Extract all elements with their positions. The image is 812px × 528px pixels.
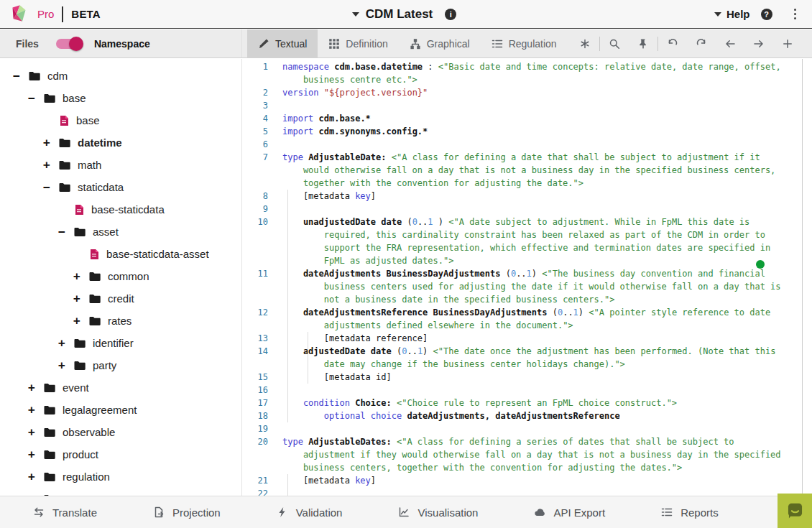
tree-item-asset[interactable]: −asset xyxy=(0,221,241,243)
tree-item-product[interactable]: +product xyxy=(0,443,241,466)
statusbar-item-label: API Export xyxy=(553,506,605,519)
expander-minus-icon[interactable]: − xyxy=(43,180,58,194)
tab-textual[interactable]: Textual xyxy=(247,29,318,57)
tree-item-staticdata[interactable]: −staticdata xyxy=(0,176,241,198)
expander-plus-icon[interactable]: + xyxy=(73,292,88,305)
expander-plus-icon[interactable]: + xyxy=(73,269,88,283)
statusbar-reports[interactable]: Reports xyxy=(661,506,719,519)
expander-plus-icon[interactable]: + xyxy=(28,403,43,417)
tree-item-datetime[interactable]: +datetime xyxy=(0,131,241,154)
code-editor[interactable]: 1namespace cdm.base.datetime : <"Basic d… xyxy=(242,59,812,496)
tree-item-credit[interactable]: +credit xyxy=(0,287,241,310)
sidebar-header: Files Namespace xyxy=(0,29,242,57)
statusbar-validation[interactable]: Validation xyxy=(277,506,343,519)
arrow-left-button[interactable] xyxy=(716,29,744,58)
projection-icon xyxy=(153,506,165,518)
tree-item-math[interactable]: +math xyxy=(0,154,241,176)
pin-button[interactable] xyxy=(629,29,658,58)
rosetta-logo xyxy=(9,4,29,24)
tree-item-common[interactable]: +common xyxy=(0,265,241,287)
tree-item-label: product xyxy=(63,448,98,460)
line-number: 17 xyxy=(242,397,268,409)
expander-plus-icon[interactable]: + xyxy=(58,336,73,350)
kebab-menu-icon[interactable] xyxy=(791,6,800,23)
beta-badge: BETA xyxy=(71,8,101,20)
info-icon[interactable]: i xyxy=(445,9,456,20)
line-number: 9 xyxy=(242,203,268,216)
project-selector[interactable]: CDM Latest i xyxy=(352,7,457,22)
tree-item-observable[interactable]: +observable xyxy=(0,421,241,443)
expander-minus-icon[interactable]: − xyxy=(13,69,28,83)
expander-minus-icon[interactable]: − xyxy=(58,225,73,238)
grid-icon xyxy=(328,38,340,50)
files-namespace-toggle[interactable] xyxy=(56,39,81,49)
tab-graphical[interactable]: Graphical xyxy=(399,29,481,57)
code-text: import cdm.synonyms.config.* xyxy=(282,125,428,138)
line-number: 14 xyxy=(242,345,268,358)
folder-icon xyxy=(43,381,56,394)
asterisk-button[interactable] xyxy=(571,29,599,58)
statusbar-translate[interactable]: Translate xyxy=(33,506,97,519)
files-label: Files xyxy=(16,38,39,50)
expander-plus-icon[interactable]: + xyxy=(73,314,88,328)
line-number: 11 xyxy=(242,267,268,280)
folder-icon xyxy=(88,292,101,305)
code-line-6: 6 xyxy=(242,138,812,151)
undo-button[interactable] xyxy=(658,29,687,58)
chevron-down-icon xyxy=(352,12,359,17)
code-line-2: 2version "${project.version}" xyxy=(242,86,812,99)
code-line-10-wrap: FpML as adjusted dates."> xyxy=(242,254,812,267)
folder-icon xyxy=(73,337,86,350)
code-line-7-wrap: would otherwise fall on a day that is no… xyxy=(242,164,812,177)
code-text: type AdjustableDate: <"A class for defin… xyxy=(282,151,760,164)
tab-label: Definition xyxy=(346,38,387,50)
arrow-right-button[interactable] xyxy=(744,29,773,58)
expander-plus-icon[interactable]: + xyxy=(43,158,58,172)
tree-item-label: base xyxy=(63,92,86,104)
expander-plus-icon[interactable]: + xyxy=(28,381,43,394)
tree-item-label: event xyxy=(63,381,89,394)
tree-item-rates[interactable]: +rates xyxy=(0,310,241,332)
help-label: Help xyxy=(726,8,750,20)
minus-button[interactable] xyxy=(802,29,812,58)
tree-item-base-staticdata[interactable]: base-staticdata xyxy=(0,198,241,221)
tree-item-identifier[interactable]: +identifier xyxy=(0,332,241,354)
help-menu[interactable]: Help ? xyxy=(714,8,772,20)
chat-launcher-button[interactable] xyxy=(778,494,812,528)
line-number: 1 xyxy=(242,60,268,73)
expander-plus-icon[interactable]: + xyxy=(43,136,58,149)
statusbar-projection[interactable]: Projection xyxy=(153,506,221,519)
tree-item-base[interactable]: base xyxy=(0,109,241,131)
search-button[interactable] xyxy=(600,29,629,58)
tree-item-party[interactable]: +party xyxy=(0,354,241,376)
code-text: type AdjustableDates: <"A class for defi… xyxy=(282,435,734,448)
tree-item-regulation[interactable]: +regulation xyxy=(0,466,241,488)
code-line-17: 17condition Choice: <"Choice rule to rep… xyxy=(242,397,812,409)
expander-minus-icon[interactable]: − xyxy=(28,91,43,105)
code-text: [metadata id] xyxy=(282,371,392,384)
tree-item-base-staticdata-asset[interactable]: base-staticdata-asset xyxy=(0,243,241,265)
plus-button[interactable] xyxy=(773,29,802,58)
expander-plus-icon[interactable]: + xyxy=(28,448,43,461)
tree-item-cdm[interactable]: −cdm xyxy=(0,65,241,87)
tab-definition[interactable]: Definition xyxy=(318,29,398,57)
validation-icon xyxy=(277,506,288,518)
tree-item-event[interactable]: +event xyxy=(0,376,241,399)
expander-plus-icon[interactable]: + xyxy=(28,425,43,439)
code-text: version "${project.version}" xyxy=(282,86,428,99)
redo-button[interactable] xyxy=(687,29,716,58)
scrollbar-track[interactable] xyxy=(802,59,812,496)
statusbar-visualisation[interactable]: Visualisation xyxy=(398,506,478,519)
line-number: 5 xyxy=(242,125,268,138)
code-text: adjustedDate date (0..1) <"The date once… xyxy=(282,345,775,358)
chevron-down-icon xyxy=(714,12,721,17)
statusbar-api-export[interactable]: API Export xyxy=(534,506,605,519)
code-line-11: 11dateAdjustments BusinessDayAdjustments… xyxy=(242,267,812,280)
tree-item-base[interactable]: −base xyxy=(0,87,241,109)
tab-regulation[interactable]: Regulation xyxy=(481,29,568,57)
tree-item-legalagreement[interactable]: +legalagreement xyxy=(0,399,241,421)
expander-plus-icon[interactable]: + xyxy=(58,358,73,372)
expander-plus-icon[interactable]: + xyxy=(28,470,43,483)
tree-item-truncated[interactable]: + xyxy=(0,488,241,496)
statusbar-item-label: Visualisation xyxy=(417,506,478,519)
